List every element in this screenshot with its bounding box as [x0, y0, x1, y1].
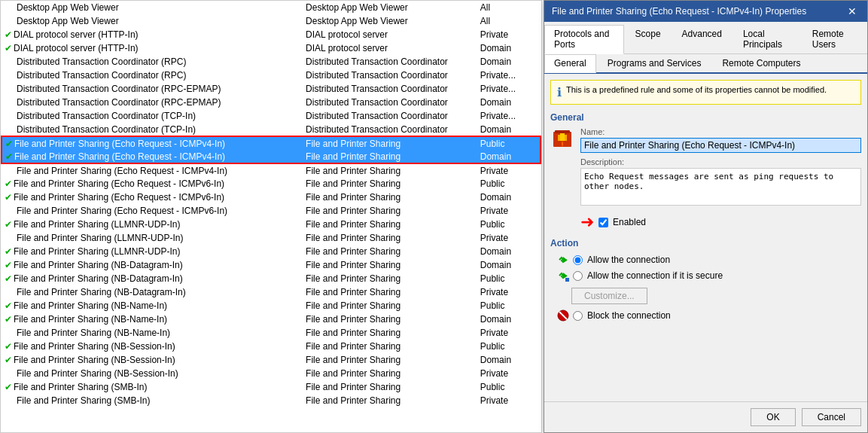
allow-secure-label: Allow the connection if it is secure [587, 270, 723, 281]
rule-name-cell: File and Printer Sharing (LLMNR-UDP-In) [2, 231, 303, 245]
rule-name-cell: ✔File and Printer Sharing (Echo Request … [2, 150, 303, 163]
table-row[interactable]: Distributed Transaction Coordinator (TCP… [2, 109, 541, 123]
table-row[interactable]: Distributed Transaction Coordinator (RPC… [2, 82, 541, 96]
rule-name: File and Printer Sharing (Echo Request -… [14, 139, 225, 149]
allow-secure-radio[interactable] [573, 271, 583, 281]
rule-name-cell: Distributed Transaction Coordinator (RPC… [2, 69, 303, 82]
allow-label: Allow the connection [587, 255, 670, 265]
rule-group-cell: Distributed Transaction Coordinator [303, 69, 477, 82]
rule-profile-cell: Private [477, 231, 541, 245]
description-textarea[interactable] [580, 168, 861, 206]
table-row[interactable]: ✔File and Printer Sharing (NB-Datagram-I… [2, 272, 541, 285]
table-row[interactable]: Distributed Transaction Coordinator (RPC… [2, 96, 541, 109]
rule-profile-cell: Public [477, 177, 541, 191]
close-button[interactable]: ✕ [845, 5, 860, 17]
table-row[interactable]: Distributed Transaction Coordinator (RPC… [2, 69, 541, 82]
rule-name: File and Printer Sharing (LLMNR-UDP-In) [14, 219, 180, 230]
block-connection-row: Block the connection [556, 309, 861, 322]
table-row[interactable]: Distributed Transaction Coordinator (TCP… [2, 123, 541, 136]
enabled-checkbox[interactable] [598, 218, 608, 227]
tab-local-principals-label: Local Principals [743, 29, 782, 50]
name-input[interactable] [580, 138, 861, 153]
rule-group-cell: File and Printer Sharing [303, 218, 477, 231]
table-row[interactable]: File and Printer Sharing (NB-Name-In)Fil… [2, 326, 541, 340]
block-radio[interactable] [573, 311, 583, 321]
table-row[interactable]: ✔File and Printer Sharing (NB-Datagram-I… [2, 258, 541, 272]
tab-general[interactable]: General [544, 54, 596, 73]
rule-name-cell: Distributed Transaction Coordinator (RPC… [2, 55, 303, 69]
rule-name-cell: ✔File and Printer Sharing (NB-Datagram-I… [2, 258, 303, 272]
customize-button[interactable]: Customize... [571, 288, 647, 304]
dialog-titlebar: File and Printer Sharing (Echo Request -… [544, 1, 867, 22]
table-row[interactable]: Distributed Transaction Coordinator (RPC… [2, 55, 541, 69]
table-row[interactable]: File and Printer Sharing (NB-Session-In)… [2, 367, 541, 380]
table-row[interactable]: ✔File and Printer Sharing (Echo Request … [2, 150, 541, 163]
svg-rect-4 [560, 133, 565, 141]
rule-group-cell: Desktop App Web Viewer [303, 14, 477, 28]
cancel-button[interactable]: Cancel [802, 408, 861, 426]
rule-group-cell: DIAL protocol server [303, 28, 477, 41]
rule-profile-cell: Domain [477, 258, 541, 272]
tab-advanced[interactable]: Advanced [672, 25, 732, 53]
table-row[interactable]: ✔DIAL protocol server (HTTP-In)DIAL prot… [2, 41, 541, 55]
rule-profile-cell: Public [477, 218, 541, 231]
rule-profile-cell: Domain [477, 55, 541, 69]
rule-group-cell: File and Printer Sharing [303, 245, 477, 258]
firewall-icon-container [550, 127, 574, 151]
rule-group-cell: File and Printer Sharing [303, 163, 477, 177]
table-row[interactable]: ✔File and Printer Sharing (LLMNR-UDP-In)… [2, 245, 541, 258]
rule-name-cell: ✔File and Printer Sharing (NB-Session-In… [2, 353, 303, 367]
tab-remote-users[interactable]: Remote Users [803, 25, 866, 53]
rule-name-cell: Desktop App Web Viewer [2, 14, 303, 28]
table-row[interactable]: Desktop App Web ViewerDesktop App Web Vi… [2, 14, 541, 28]
table-row[interactable]: ✔File and Printer Sharing (Echo Request … [2, 191, 541, 204]
table-row[interactable]: File and Printer Sharing (SMB-In)File an… [2, 394, 541, 407]
table-row[interactable]: ✔File and Printer Sharing (NB-Name-In)Fi… [2, 313, 541, 326]
table-row[interactable]: ✔File and Printer Sharing (Echo Request … [2, 136, 541, 150]
rule-profile-cell: Private [477, 394, 541, 407]
rule-name: Desktop App Web Viewer [17, 16, 119, 26]
rule-name: File and Printer Sharing (Echo Request -… [17, 206, 227, 216]
rule-name-cell: ✔File and Printer Sharing (LLMNR-UDP-In) [2, 245, 303, 258]
rule-name-cell: Distributed Transaction Coordinator (TCP… [2, 123, 303, 136]
rule-profile-cell: Private [477, 163, 541, 177]
rule-name-cell: Distributed Transaction Coordinator (RPC… [2, 96, 303, 109]
check-icon: ✔ [5, 219, 12, 230]
rule-name: File and Printer Sharing (SMB-In) [17, 395, 150, 406]
rule-group-cell: File and Printer Sharing [303, 394, 477, 407]
table-row[interactable]: File and Printer Sharing (LLMNR-UDP-In)F… [2, 231, 541, 245]
tab-local-principals[interactable]: Local Principals [733, 25, 801, 53]
table-row[interactable]: ✔File and Printer Sharing (NB-Name-In)Fi… [2, 299, 541, 313]
rule-profile-cell: Public [477, 299, 541, 313]
tab-scope[interactable]: Scope [626, 25, 671, 53]
rule-profile-cell: Private... [477, 109, 541, 123]
tab-scope-label: Scope [635, 29, 661, 39]
rule-group-cell: File and Printer Sharing [303, 177, 477, 191]
tab-programs-services[interactable]: Programs and Services [598, 54, 711, 72]
table-row[interactable]: File and Printer Sharing (Echo Request -… [2, 163, 541, 177]
allow-radio[interactable] [573, 255, 583, 265]
rule-name: DIAL protocol server (HTTP-In) [14, 29, 139, 40]
rule-name: File and Printer Sharing (NB-Session-In) [14, 341, 175, 352]
rule-group-cell: DIAL protocol server [303, 41, 477, 55]
rule-name: File and Printer Sharing (NB-Session-In) [17, 368, 178, 379]
check-icon: ✔ [5, 260, 12, 270]
tab-remote-computers[interactable]: Remote Computers [712, 54, 810, 72]
table-row[interactable]: ✔File and Printer Sharing (NB-Session-In… [2, 340, 541, 353]
dialog-body: ℹ This is a predefined rule and some of … [544, 74, 867, 401]
rule-profile-cell: Domain [477, 245, 541, 258]
allow-icon [556, 253, 570, 267]
table-row[interactable]: ✔File and Printer Sharing (SMB-In)File a… [2, 380, 541, 394]
table-row[interactable]: File and Printer Sharing (Echo Request -… [2, 204, 541, 218]
table-row[interactable]: ✔File and Printer Sharing (Echo Request … [2, 177, 541, 191]
table-row[interactable]: Desktop App Web ViewerDesktop App Web Vi… [2, 1, 541, 14]
table-row[interactable]: File and Printer Sharing (NB-Datagram-In… [2, 285, 541, 299]
table-row[interactable]: ✔File and Printer Sharing (NB-Session-In… [2, 353, 541, 367]
rule-group-cell: Distributed Transaction Coordinator [303, 82, 477, 96]
tab-protocols-and-ports[interactable]: Protocols and Ports [544, 25, 624, 54]
ok-button[interactable]: OK [751, 408, 795, 426]
rule-profile-cell: Private [477, 367, 541, 380]
table-row[interactable]: ✔DIAL protocol server (HTTP-In)DIAL prot… [2, 28, 541, 41]
rule-name-cell: Desktop App Web Viewer [2, 1, 303, 14]
table-row[interactable]: ✔File and Printer Sharing (LLMNR-UDP-In)… [2, 218, 541, 231]
